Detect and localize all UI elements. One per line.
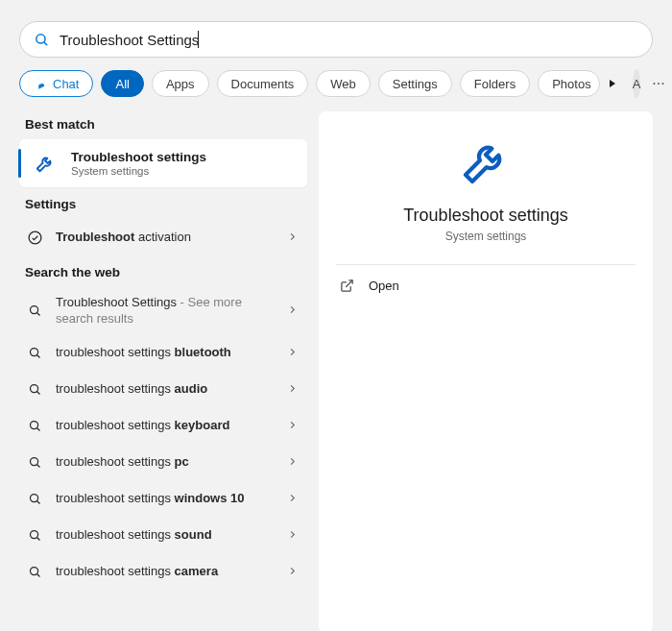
- chevron-right-icon: [287, 492, 298, 506]
- search-text[interactable]: Troubleshoot Settings: [60, 32, 199, 48]
- result-label: troubleshoot settings bluetooth: [56, 345, 276, 361]
- svg-line-18: [36, 574, 39, 577]
- web-result-2[interactable]: troubleshoot settings audio: [19, 372, 307, 408]
- svg-point-9: [30, 422, 37, 429]
- chevron-right-icon: [287, 455, 298, 470]
- preview-title: Troubleshoot settings: [319, 206, 653, 226]
- tab-documents[interactable]: Documents: [217, 70, 309, 97]
- chevron-right-icon: [287, 346, 298, 360]
- search-icon: [25, 419, 44, 433]
- chevron-right-icon: [287, 565, 298, 579]
- svg-line-14: [36, 501, 39, 504]
- svg-line-6: [36, 355, 39, 358]
- chevron-right-icon: [287, 303, 298, 318]
- preview-panel: Troubleshoot settings System settings Op…: [319, 111, 653, 631]
- svg-point-2: [29, 231, 41, 244]
- svg-line-12: [36, 465, 39, 468]
- tab-all[interactable]: All: [101, 70, 143, 97]
- svg-line-1: [44, 41, 47, 44]
- result-label: Troubleshoot Settings - See more search …: [56, 295, 276, 328]
- search-icon: [25, 346, 44, 360]
- tab-settings[interactable]: Settings: [378, 70, 452, 97]
- tab-folders[interactable]: Folders: [460, 70, 530, 97]
- open-label: Open: [369, 279, 399, 293]
- search-icon: [25, 382, 44, 397]
- web-result-0[interactable]: Troubleshoot Settings - See more search …: [19, 287, 307, 335]
- chevron-right-icon: [287, 528, 298, 543]
- svg-line-10: [36, 428, 39, 431]
- svg-line-8: [36, 392, 39, 395]
- wrench-icon: [319, 134, 653, 188]
- web-result-4[interactable]: troubleshoot settings pc: [19, 445, 307, 481]
- result-label: troubleshoot settings pc: [56, 454, 276, 471]
- result-label: troubleshoot settings windows 10: [56, 491, 276, 507]
- result-label: Troubleshoot activation: [56, 230, 276, 246]
- wrench-icon: [31, 149, 60, 178]
- section-best-match: Best match: [19, 108, 307, 139]
- web-result-6[interactable]: troubleshoot settings sound: [19, 518, 307, 554]
- svg-point-7: [30, 385, 37, 393]
- result-label: troubleshoot settings sound: [56, 527, 276, 544]
- svg-point-17: [30, 568, 37, 575]
- result-label: troubleshoot settings camera: [56, 564, 276, 580]
- account-avatar[interactable]: A: [633, 69, 641, 98]
- check-circle-icon: [25, 230, 44, 246]
- text-cursor: [198, 31, 199, 48]
- result-label: troubleshoot settings audio: [56, 381, 276, 398]
- search-icon: [25, 303, 44, 318]
- search-icon: [25, 565, 44, 579]
- best-match-result[interactable]: Troubleshoot settings System settings: [19, 139, 307, 187]
- web-result-5[interactable]: troubleshoot settings windows 10: [19, 481, 307, 518]
- search-icon: [25, 492, 44, 506]
- web-result-7[interactable]: troubleshoot settings camera: [19, 554, 307, 591]
- filter-tabs: Chat All Apps Documents Web Settings Fol…: [0, 58, 672, 108]
- bing-chat-icon: [34, 77, 47, 90]
- preview-subtitle: System settings: [319, 230, 653, 243]
- tab-chat[interactable]: Chat: [19, 70, 93, 97]
- open-action[interactable]: Open: [319, 265, 653, 306]
- result-label: troubleshoot settings keyboard: [56, 418, 276, 434]
- svg-line-4: [36, 313, 39, 316]
- section-web: Search the web: [19, 255, 307, 287]
- svg-point-5: [30, 349, 37, 356]
- chevron-right-icon: [287, 419, 298, 433]
- search-icon: [34, 32, 50, 48]
- svg-point-13: [30, 495, 37, 502]
- tabs-scroll-right[interactable]: [608, 77, 617, 91]
- open-external-icon: [340, 279, 355, 293]
- search-icon: [25, 455, 44, 470]
- search-bar[interactable]: Troubleshoot Settings: [19, 21, 653, 58]
- settings-result-activation[interactable]: Troubleshoot activation: [19, 219, 307, 255]
- web-result-3[interactable]: troubleshoot settings keyboard: [19, 408, 307, 445]
- tab-photos[interactable]: Photos: [538, 70, 599, 97]
- triangle-right-icon: [608, 79, 617, 88]
- svg-point-0: [36, 34, 45, 42]
- tab-web[interactable]: Web: [316, 70, 371, 97]
- chevron-right-icon: [287, 382, 298, 397]
- tab-apps[interactable]: Apps: [152, 70, 209, 97]
- results-panel: Best match Troubleshoot settings System …: [0, 108, 307, 631]
- best-match-title: Troubleshoot settings: [71, 150, 206, 164]
- section-settings: Settings: [19, 187, 307, 219]
- svg-line-16: [36, 538, 39, 541]
- more-options[interactable]: ···: [648, 75, 668, 92]
- best-match-subtitle: System settings: [71, 165, 206, 177]
- web-result-1[interactable]: troubleshoot settings bluetooth: [19, 335, 307, 372]
- svg-point-3: [30, 306, 37, 314]
- svg-point-15: [30, 531, 37, 539]
- chevron-right-icon: [287, 231, 298, 245]
- svg-point-11: [30, 458, 37, 466]
- search-icon: [25, 528, 44, 543]
